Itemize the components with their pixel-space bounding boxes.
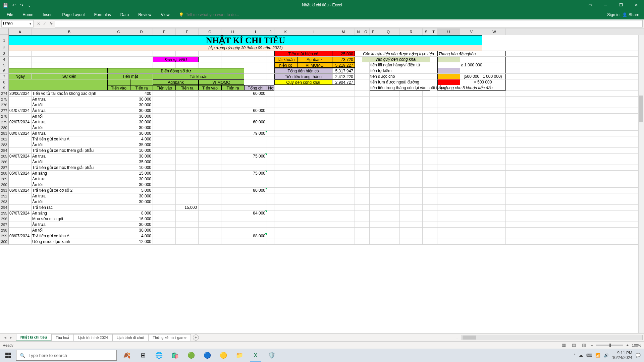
cell[interactable] [332, 142, 355, 147]
cell[interactable] [244, 165, 267, 170]
cell[interactable] [362, 216, 370, 222]
cell[interactable] [297, 131, 332, 136]
cell[interactable] [423, 210, 430, 216]
cell[interactable] [355, 119, 362, 125]
cell[interactable] [355, 199, 362, 204]
cell[interactable] [362, 188, 370, 193]
cell[interactable] [153, 216, 176, 222]
cell[interactable] [9, 216, 32, 222]
cell[interactable] [199, 222, 221, 227]
cell[interactable] [244, 142, 267, 147]
cell[interactable] [176, 239, 199, 244]
cell[interactable] [423, 205, 430, 210]
row-header[interactable]: 3 [0, 51, 9, 57]
cell[interactable] [297, 233, 332, 239]
cell[interactable] [400, 114, 423, 119]
cell[interactable] [460, 108, 483, 113]
cell[interactable] [355, 165, 362, 170]
cell[interactable] [437, 148, 460, 153]
cell[interactable] [400, 188, 423, 193]
cell[interactable] [9, 136, 32, 142]
row-header[interactable]: 299 [0, 233, 9, 239]
cell[interactable] [400, 165, 423, 170]
cell[interactable] [199, 199, 221, 204]
cell[interactable] [400, 125, 423, 130]
cell[interactable] [221, 97, 244, 102]
cell[interactable] [199, 136, 221, 142]
row-header[interactable]: 280 [0, 125, 9, 131]
cell[interactable] [483, 210, 506, 216]
cell[interactable] [176, 148, 199, 153]
cell[interactable] [430, 216, 437, 222]
cell[interactable] [332, 159, 355, 165]
cell[interactable] [9, 165, 32, 170]
row-header[interactable]: 274 [0, 91, 9, 97]
cell[interactable] [297, 159, 332, 165]
cell[interactable] [107, 119, 130, 125]
cell[interactable]: 4,000 [130, 136, 153, 142]
cell[interactable] [362, 114, 370, 119]
cell[interactable] [423, 119, 430, 125]
cell[interactable] [9, 159, 32, 165]
cell[interactable] [423, 102, 430, 108]
cell[interactable]: 30,000 [130, 102, 153, 108]
cell[interactable] [483, 114, 506, 119]
cell[interactable] [355, 131, 362, 136]
row-header[interactable]: 284 [0, 148, 9, 154]
cell[interactable] [244, 114, 267, 119]
cell[interactable] [423, 176, 430, 182]
cell[interactable] [332, 188, 355, 193]
cell[interactable] [400, 199, 423, 204]
cell[interactable] [199, 148, 221, 153]
cell[interactable] [355, 114, 362, 119]
cell[interactable] [370, 199, 377, 204]
cell[interactable] [362, 182, 370, 187]
cell[interactable] [400, 228, 423, 233]
row-header[interactable]: 286 [0, 159, 9, 165]
cell[interactable] [460, 171, 483, 176]
cell[interactable] [437, 171, 460, 176]
cell[interactable]: Ăn tối [32, 159, 107, 165]
cell[interactable]: 30,000 [130, 228, 153, 233]
cell[interactable] [9, 114, 32, 119]
cell[interactable] [460, 228, 483, 233]
minimize-button[interactable]: ─ [598, 0, 613, 10]
cell[interactable] [176, 159, 199, 165]
page-break-icon[interactable]: ▥ [581, 343, 587, 348]
cell[interactable] [377, 102, 400, 108]
cell[interactable] [430, 97, 437, 102]
tab-formulas[interactable]: Formulas [90, 10, 116, 19]
tab-file[interactable]: File [2, 10, 18, 19]
cell[interactable] [332, 216, 355, 222]
cell[interactable] [130, 205, 153, 210]
cell[interactable]: 30,000 [130, 114, 153, 119]
cell[interactable] [332, 114, 355, 119]
cell[interactable] [221, 91, 244, 96]
cell[interactable] [377, 148, 400, 153]
cell[interactable]: Ăn sáng [32, 210, 107, 216]
cell[interactable] [355, 142, 362, 147]
cell[interactable] [267, 154, 274, 159]
cell[interactable] [176, 102, 199, 108]
sheet-tab[interactable]: Lịch trình hè 2024 [74, 334, 112, 341]
cell[interactable] [297, 154, 332, 159]
cell[interactable]: 10,000 [130, 165, 153, 170]
cell[interactable] [362, 239, 370, 244]
cell[interactable] [370, 216, 377, 222]
cell[interactable] [107, 199, 130, 204]
cell[interactable] [267, 205, 274, 210]
cell[interactable] [221, 119, 244, 125]
cell[interactable] [430, 171, 437, 176]
cell[interactable] [153, 97, 176, 102]
cell[interactable] [423, 131, 430, 136]
cell[interactable] [430, 193, 437, 199]
cell[interactable] [437, 188, 460, 193]
cell[interactable] [423, 165, 430, 170]
cell[interactable] [377, 182, 400, 187]
cell[interactable] [437, 102, 460, 108]
cell[interactable] [297, 222, 332, 227]
cell[interactable] [107, 222, 130, 227]
cell[interactable] [221, 159, 244, 165]
cell[interactable] [267, 216, 274, 222]
cell[interactable] [423, 199, 430, 204]
